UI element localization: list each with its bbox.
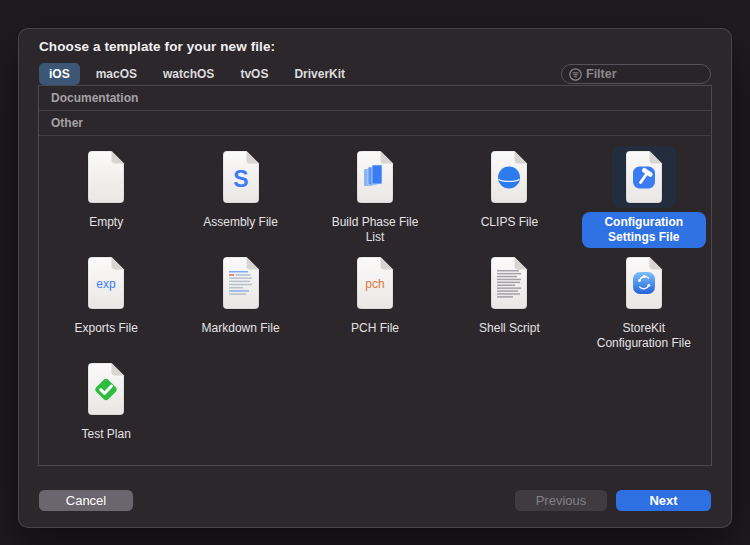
platform-tabbar: iOSmacOSwatchOStvOSDriverKit: [39, 62, 711, 86]
section-header-other[interactable]: Other: [39, 111, 711, 136]
template-icon-wrap: exp: [74, 252, 138, 314]
template-icon-wrap: [209, 252, 273, 314]
template-label: Configuration Settings File: [582, 212, 706, 248]
document-assembly-icon: S: [219, 150, 263, 205]
tab-macos[interactable]: macOS: [86, 63, 147, 85]
template-icon-wrap: [477, 252, 541, 314]
document-markdown-icon: [219, 256, 263, 311]
template-item[interactable]: Empty: [39, 146, 173, 252]
document-storekit-icon: [622, 256, 666, 311]
template-label: PCH File: [342, 318, 408, 339]
document-script-icon: [487, 256, 531, 311]
dialog-title: Choose a template for your new file:: [39, 39, 711, 54]
template-item[interactable]: Shell Script: [442, 252, 576, 358]
svg-text:exp: exp: [97, 276, 117, 290]
document-pch-icon: pch: [353, 256, 397, 311]
svg-text:S: S: [233, 166, 248, 192]
template-item[interactable]: SAssembly File: [173, 146, 307, 252]
previous-button[interactable]: Previous: [515, 490, 607, 511]
svg-text:pch: pch: [365, 276, 384, 290]
tab-ios[interactable]: iOS: [39, 63, 80, 85]
template-item[interactable]: StoreKit Configuration File: [577, 252, 711, 358]
template-label: Build Phase File List: [313, 212, 437, 248]
template-label: Shell Script: [470, 318, 549, 339]
template-label: CLIPS File: [472, 212, 547, 233]
template-label: Exports File: [66, 318, 147, 339]
new-file-template-dialog: Choose a template for your new file: iOS…: [18, 28, 732, 528]
template-item[interactable]: Configuration Settings File: [577, 146, 711, 252]
document-sphere-icon: [487, 150, 531, 205]
template-grid: EmptySAssembly FileBuild Phase File List…: [39, 136, 711, 464]
template-icon-wrap: [74, 146, 138, 208]
template-item[interactable]: pchPCH File: [308, 252, 442, 358]
filter-field[interactable]: [561, 64, 711, 84]
document-exp-icon: exp: [84, 256, 128, 311]
template-item[interactable]: Test Plan: [39, 358, 173, 464]
template-icon-wrap: pch: [343, 252, 407, 314]
filter-icon: [569, 68, 582, 81]
template-icon-wrap: [343, 146, 407, 208]
tab-tvos[interactable]: tvOS: [230, 63, 278, 85]
template-icon-wrap: [74, 358, 138, 420]
tab-watchos[interactable]: watchOS: [153, 63, 224, 85]
dialog-footer: Cancel Previous Next: [39, 490, 711, 511]
template-label: Empty: [80, 212, 132, 233]
template-label: Markdown File: [193, 318, 289, 339]
template-label: StoreKit Configuration File: [582, 318, 706, 354]
template-item[interactable]: Markdown File: [173, 252, 307, 358]
document-checkmark-icon: [84, 362, 128, 417]
template-icon-wrap: [477, 146, 541, 208]
document-pages-icon: [353, 150, 397, 205]
template-label: Test Plan: [73, 424, 140, 445]
template-item[interactable]: CLIPS File: [442, 146, 576, 252]
next-button[interactable]: Next: [616, 490, 711, 511]
document-hammer-icon: [622, 150, 666, 205]
template-list: DocumentationOtherEmptySAssembly FileBui…: [38, 85, 712, 466]
template-icon-wrap: [612, 146, 676, 208]
template-label: Assembly File: [194, 212, 287, 233]
filter-input[interactable]: [586, 67, 703, 81]
template-icon-wrap: [612, 252, 676, 314]
template-item[interactable]: Build Phase File List: [308, 146, 442, 252]
cancel-button[interactable]: Cancel: [39, 490, 133, 511]
template-item[interactable]: expExports File: [39, 252, 173, 358]
document-blank-icon: [84, 150, 128, 205]
template-icon-wrap: S: [209, 146, 273, 208]
tab-driverkit[interactable]: DriverKit: [284, 63, 355, 85]
section-header-documentation[interactable]: Documentation: [39, 86, 711, 111]
